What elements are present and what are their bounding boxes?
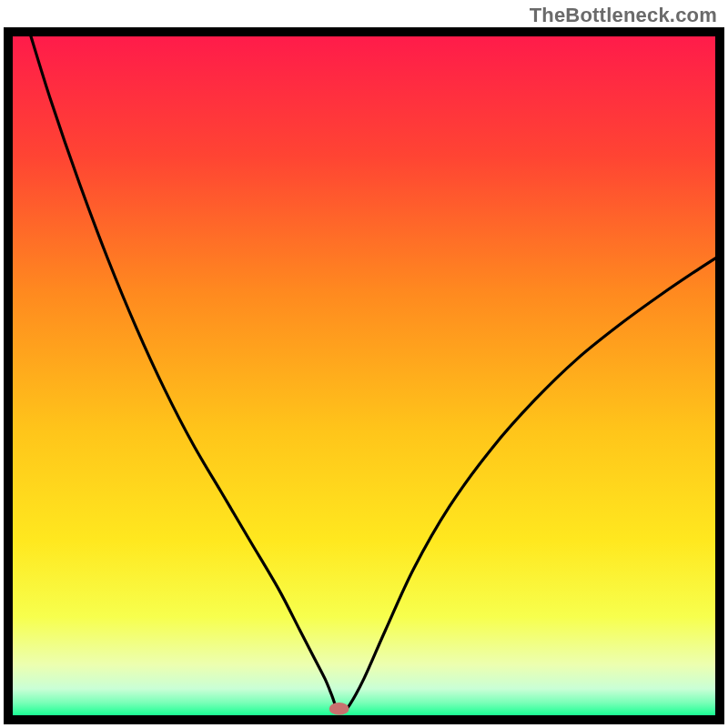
chart-background [8, 32, 720, 720]
watermark: TheBottleneck.com [530, 4, 717, 27]
optimum-marker [329, 703, 349, 715]
chart-svg [0, 0, 728, 728]
bottleneck-chart: TheBottleneck.com [0, 0, 728, 728]
